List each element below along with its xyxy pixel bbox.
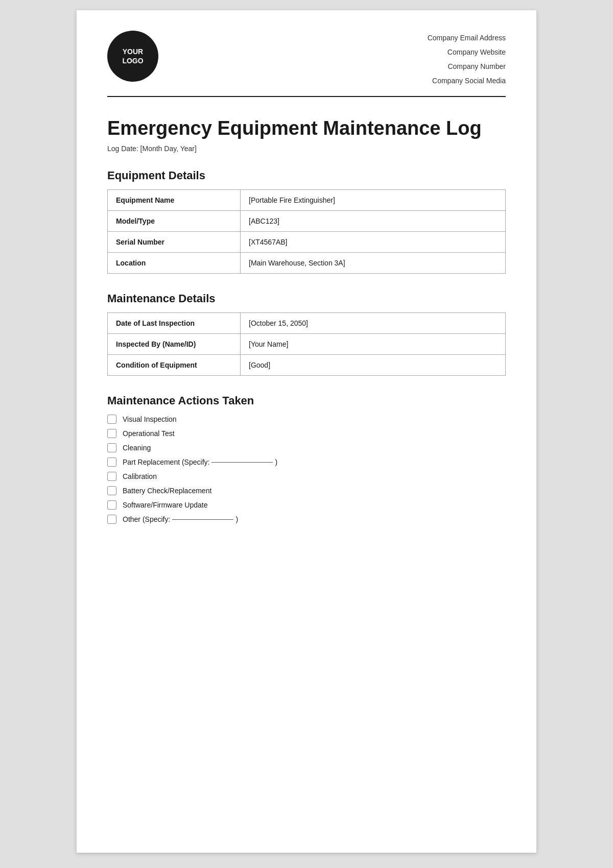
maintenance-actions-heading: Maintenance Actions Taken	[107, 394, 506, 407]
equipment-details-heading: Equipment Details	[107, 169, 506, 182]
action-label: Other (Specify:	[123, 515, 170, 523]
company-number: Company Number	[428, 59, 506, 74]
page-title: Emergency Equipment Maintenance Log	[107, 117, 506, 139]
row-label: Date of Last Inspection	[108, 313, 241, 334]
row-label: Inspected By (Name/ID)	[108, 334, 241, 355]
maintenance-details-table: Date of Last Inspection[October 15, 2050…	[107, 312, 506, 376]
row-value: [ABC123]	[241, 211, 506, 232]
action-label: Software/Firmware Update	[123, 501, 208, 509]
company-email: Company Email Address	[428, 31, 506, 45]
equipment-details-table: Equipment Name[Portable Fire Extinguishe…	[107, 189, 506, 274]
specify-line	[211, 462, 273, 463]
checkbox-icon[interactable]	[107, 486, 116, 495]
list-item: Other (Specify: )	[107, 515, 506, 524]
list-item: Part Replacement (Specify: )	[107, 457, 506, 467]
table-row: Equipment Name[Portable Fire Extinguishe…	[108, 190, 506, 211]
row-label: Location	[108, 253, 241, 274]
row-label: Serial Number	[108, 232, 241, 253]
table-row: Date of Last Inspection[October 15, 2050…	[108, 313, 506, 334]
page: YOUR LOGO Company Email Address Company …	[77, 10, 536, 853]
row-value: [October 15, 2050]	[241, 313, 506, 334]
checkbox-icon[interactable]	[107, 515, 116, 524]
list-item: Visual Inspection	[107, 415, 506, 424]
checkbox-icon[interactable]	[107, 500, 116, 510]
row-value: [Your Name]	[241, 334, 506, 355]
action-label: Operational Test	[123, 429, 175, 438]
row-value: [Main Warehouse, Section 3A]	[241, 253, 506, 274]
checkbox-icon[interactable]	[107, 429, 116, 438]
list-item: Calibration	[107, 472, 506, 481]
list-item: Cleaning	[107, 443, 506, 452]
closing-paren: )	[235, 515, 238, 523]
action-label: Part Replacement (Specify:	[123, 458, 209, 466]
header: YOUR LOGO Company Email Address Company …	[107, 31, 506, 88]
actions-list: Visual InspectionOperational TestCleanin…	[107, 415, 506, 524]
row-value: [Portable Fire Extinguisher]	[241, 190, 506, 211]
row-label: Condition of Equipment	[108, 355, 241, 376]
row-label: Model/Type	[108, 211, 241, 232]
checkbox-icon[interactable]	[107, 472, 116, 481]
list-item: Battery Check/Replacement	[107, 486, 506, 495]
company-logo: YOUR LOGO	[107, 31, 158, 82]
table-row: Inspected By (Name/ID)[Your Name]	[108, 334, 506, 355]
log-date: Log Date: [Month Day, Year]	[107, 144, 506, 153]
header-divider	[107, 96, 506, 97]
table-row: Condition of Equipment[Good]	[108, 355, 506, 376]
list-item: Software/Firmware Update	[107, 500, 506, 510]
row-value: [Good]	[241, 355, 506, 376]
action-label: Cleaning	[123, 444, 151, 452]
checkbox-icon[interactable]	[107, 457, 116, 467]
closing-paren: )	[275, 458, 277, 466]
specify-line	[172, 519, 233, 520]
row-label: Equipment Name	[108, 190, 241, 211]
company-info: Company Email Address Company Website Co…	[428, 31, 506, 88]
action-label: Calibration	[123, 472, 157, 480]
checkbox-icon[interactable]	[107, 443, 116, 452]
company-website: Company Website	[428, 45, 506, 59]
row-value: [XT4567AB]	[241, 232, 506, 253]
table-row: Location[Main Warehouse, Section 3A]	[108, 253, 506, 274]
action-label: Battery Check/Replacement	[123, 487, 211, 495]
table-row: Model/Type[ABC123]	[108, 211, 506, 232]
company-social: Company Social Media	[428, 74, 506, 88]
maintenance-details-heading: Maintenance Details	[107, 292, 506, 305]
checkbox-icon[interactable]	[107, 415, 116, 424]
table-row: Serial Number[XT4567AB]	[108, 232, 506, 253]
action-label: Visual Inspection	[123, 415, 177, 423]
list-item: Operational Test	[107, 429, 506, 438]
